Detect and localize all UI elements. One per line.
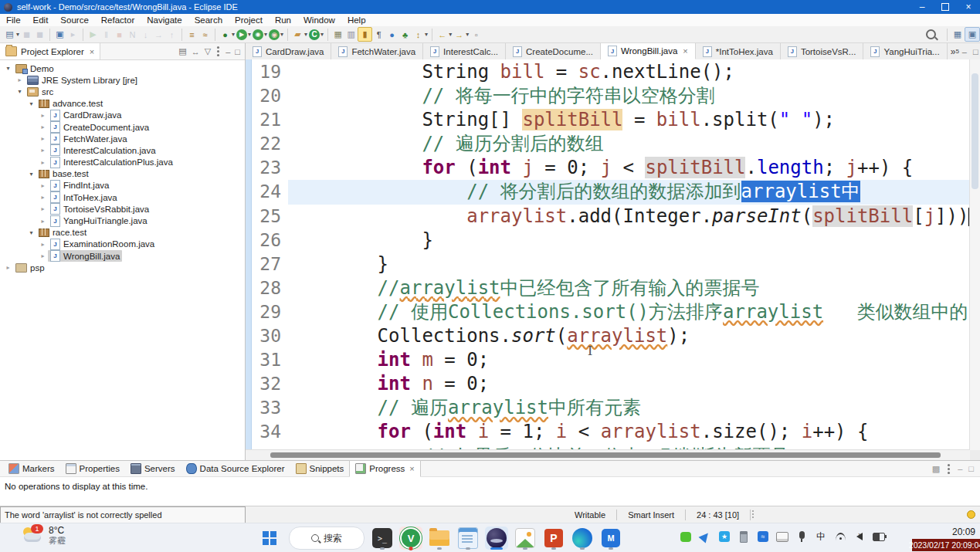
microphone-icon[interactable] — [795, 530, 808, 543]
code-text[interactable]: int n = 0; — [288, 372, 970, 396]
trace-icon[interactable]: ≈ — [198, 28, 212, 41]
menu-window[interactable]: Window — [297, 14, 341, 26]
editor-tab-yanghuitria-[interactable]: JYangHuiTria... — [863, 43, 947, 59]
dropdown-arrow-icon[interactable]: ▾ — [466, 31, 469, 38]
menu-search[interactable]: Search — [188, 14, 229, 26]
tree-item-yanghuitriangle-java[interactable]: ▸JYangHuiTriangle.java — [0, 215, 245, 226]
link-with-editor-icon[interactable]: ↔ — [192, 47, 200, 56]
taskbar-app-mdocs[interactable]: M — [599, 527, 622, 550]
wechat-icon[interactable] — [680, 530, 692, 543]
code-text[interactable]: String bill = sc.nextLine(); — [288, 60, 970, 84]
taskbar-app-start[interactable] — [256, 527, 283, 550]
qq-icon[interactable]: ★ — [718, 530, 731, 543]
open-task-icon[interactable]: ▦ — [331, 28, 344, 41]
profile-icon[interactable]: ◉ — [269, 29, 280, 40]
code-text[interactable]: // 遍历arraylist中所有元素 — [288, 396, 970, 420]
maximize-view-icon[interactable]: □ — [235, 47, 240, 56]
menu-edit[interactable]: Edit — [27, 14, 55, 26]
editor-tab-wrongbill-java[interactable]: JWrongBill.java× — [601, 43, 696, 59]
dropdown-arrow-icon[interactable]: ▾ — [248, 31, 251, 38]
new-wizard-icon[interactable]: ▤ — [3, 28, 16, 41]
close-icon[interactable]: × — [683, 46, 687, 56]
tree-item-examinationroom-java[interactable]: ▸JExaminationRoom.java — [0, 239, 245, 250]
editor-tab-createdocume-[interactable]: JCreateDocume... — [506, 43, 601, 59]
console-view-icon[interactable]: ≡ — [185, 28, 198, 41]
globe-icon[interactable]: ● — [385, 28, 398, 41]
usb-icon[interactable] — [738, 530, 750, 543]
tree-item-findint-java[interactable]: ▸JFindInt.java — [0, 180, 245, 191]
dropdown-arrow-icon[interactable]: ▾ — [264, 31, 267, 38]
close-icon[interactable]: × — [90, 47, 94, 56]
volume-muted-icon[interactable] — [853, 530, 866, 543]
show-whitespace-icon[interactable]: ¶ — [372, 28, 385, 41]
tree-item-tortoisevsrabbit-java[interactable]: ▸JTortoiseVsRabbit.java — [0, 203, 245, 215]
tree-expand-arrow[interactable]: ▸ — [38, 124, 48, 130]
tab-overflow-chevron[interactable]: »5 — [948, 43, 962, 59]
editor-tab-tortoisevsr-[interactable]: JTortoiseVsR... — [781, 43, 864, 59]
tree-item-wrongbill-java[interactable]: ▸JWrongBill.java — [0, 250, 245, 262]
ime-indicator[interactable]: 中 — [815, 530, 827, 543]
code-text[interactable]: // 将分割后的数组的数据添加到arraylist中 — [288, 180, 970, 204]
dropdown-arrow-icon[interactable]: ▾ — [425, 31, 428, 38]
sort-icon[interactable]: ↕ — [412, 28, 425, 41]
tree-expand-arrow[interactable]: ▾ — [26, 100, 36, 107]
view-menu-icon[interactable] — [948, 468, 950, 470]
cloud-docs-icon[interactable]: ≈ — [757, 530, 769, 543]
close-button[interactable]: × — [957, 0, 980, 14]
tree-expand-arrow[interactable]: ▾ — [26, 171, 36, 178]
taskbar-app-terminal[interactable]: >_ — [371, 527, 394, 550]
taskbar-app-photos[interactable] — [514, 527, 537, 550]
last-edit-location-icon[interactable]: ▫ — [470, 28, 483, 41]
tree-expand-arrow[interactable]: ▾ — [3, 65, 13, 72]
coverage-icon[interactable]: ◉ — [253, 29, 263, 40]
code-text[interactable]: int m = 0; — [288, 348, 970, 372]
collapse-all-icon[interactable]: ▤ — [178, 46, 186, 56]
tree-item-carddraw-java[interactable]: ▸JCardDraw.java — [0, 110, 245, 121]
search-icon[interactable] — [926, 29, 936, 39]
tree-expand-arrow[interactable]: ▸ — [3, 264, 13, 271]
tree-expand-arrow[interactable]: ▸ — [38, 194, 48, 201]
code-text[interactable]: } — [288, 252, 970, 276]
bottom-tab-properties[interactable]: Properties — [60, 461, 125, 476]
dropdown-arrow-icon[interactable]: ▾ — [16, 31, 19, 38]
tree-item-demo[interactable]: ▾Demo — [0, 63, 245, 74]
minimize-view-icon[interactable]: – — [962, 47, 967, 56]
horizontal-scrollbar-thumb[interactable] — [270, 452, 941, 458]
tree-expand-arrow[interactable]: ▸ — [38, 218, 48, 225]
java-perspective-icon[interactable]: ▣ — [965, 27, 980, 42]
dropdown-arrow-icon[interactable]: ▾ — [320, 31, 324, 38]
tree-item-interestcalculation-java[interactable]: ▸JInterestCalculation.java — [0, 144, 245, 156]
code-text[interactable]: for (int i = 1; i < arraylist.size(); i+… — [288, 420, 970, 444]
new-junit-icon[interactable]: ♣ — [398, 28, 412, 41]
dropdown-arrow-icon[interactable]: ▾ — [232, 31, 235, 38]
bottom-tab-progress[interactable]: Progress× — [349, 460, 420, 477]
maximize-view-icon[interactable]: □ — [968, 464, 974, 473]
taskbar-app-edge[interactable] — [571, 527, 594, 550]
taskbar-app-explorer[interactable] — [428, 527, 451, 550]
mark-occurrences-icon[interactable]: ▮ — [358, 27, 372, 42]
tree-item-fetchwater-java[interactable]: ▸JFetchWater.java — [0, 133, 245, 144]
back-icon[interactable]: ← — [436, 28, 449, 41]
code-text[interactable]: // 遍历分割后的数组 — [288, 132, 970, 156]
code-text[interactable]: //arraylist中已经包含了所有输入的票据号 — [288, 276, 970, 300]
tree-expand-arrow[interactable]: ▸ — [38, 205, 48, 212]
vertical-scrollbar[interactable] — [969, 59, 980, 450]
tree-item-inttohex-java[interactable]: ▸JIntToHex.java — [0, 191, 245, 203]
vertical-scrollbar-thumb[interactable] — [972, 73, 978, 189]
tree-expand-arrow[interactable]: ▸ — [38, 135, 48, 142]
dropdown-arrow-icon[interactable]: ▾ — [280, 31, 283, 38]
dropdown-arrow-icon[interactable]: ▾ — [449, 31, 452, 38]
menu-refactor[interactable]: Refactor — [95, 14, 141, 26]
tree-expand-arrow[interactable]: ▸ — [38, 241, 48, 248]
menu-navigate[interactable]: Navigate — [141, 14, 188, 26]
tree-item-advance-test[interactable]: ▾advance.test — [0, 98, 245, 110]
taskbar-search-box[interactable]: 搜索 — [289, 527, 365, 550]
editor-tab-interestcalc-[interactable]: JInterestCalc... — [423, 43, 506, 59]
tree-expand-arrow[interactable]: ▾ — [26, 229, 36, 236]
debug-icon[interactable]: ● — [219, 28, 232, 41]
battery-icon[interactable] — [873, 530, 885, 543]
taskbar-app-powerpoint[interactable]: P — [542, 527, 565, 550]
code-text[interactable]: String[] splitBill = bill.split(" "); — [288, 108, 970, 132]
tree-expand-arrow[interactable]: ▾ — [15, 88, 25, 95]
tree-expand-arrow[interactable]: ▸ — [38, 159, 48, 166]
